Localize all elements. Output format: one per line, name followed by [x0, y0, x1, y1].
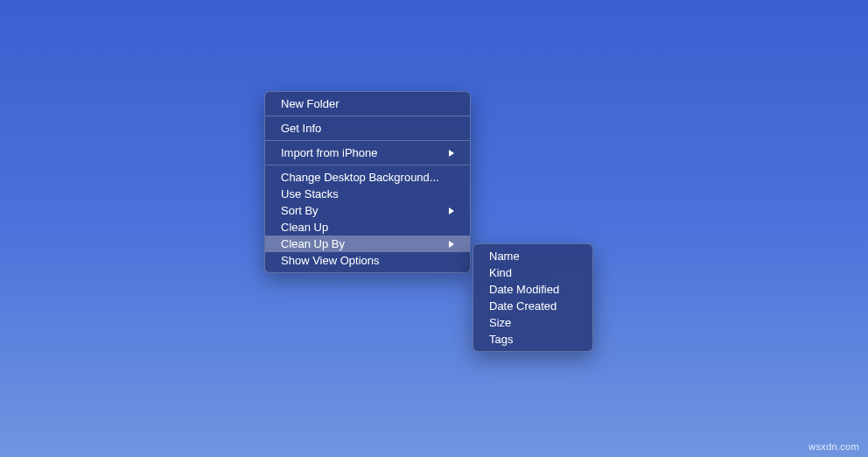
menu-item-label: Show View Options — [281, 254, 380, 267]
menu-item-clean-up[interactable]: Clean Up — [265, 219, 470, 236]
menu-item-clean-up-by[interactable]: Clean Up By — [265, 236, 470, 252]
submenu-item-size[interactable]: Size — [473, 314, 592, 331]
menu-item-label: Size — [489, 316, 511, 329]
menu-item-import-from-iphone[interactable]: Import from iPhone — [265, 144, 470, 161]
submenu-arrow-icon — [449, 150, 454, 157]
menu-divider — [265, 165, 470, 165]
menu-item-label: Kind — [489, 266, 512, 279]
menu-item-show-view-options[interactable]: Show View Options — [265, 252, 470, 269]
desktop-context-menu: New Folder Get Info Import from iPhone C… — [264, 91, 471, 273]
submenu-arrow-icon — [449, 207, 454, 214]
menu-item-label: Get Info — [281, 122, 321, 135]
menu-item-label: New Folder — [281, 97, 339, 110]
menu-item-new-folder[interactable]: New Folder — [265, 95, 470, 112]
menu-item-label: Import from iPhone — [281, 146, 378, 159]
submenu-item-tags[interactable]: Tags — [473, 331, 592, 348]
menu-divider — [265, 140, 470, 141]
submenu-item-kind[interactable]: Kind — [473, 264, 592, 281]
menu-item-label: Sort By — [281, 204, 318, 217]
menu-item-label: Clean Up — [281, 221, 328, 234]
submenu-arrow-icon — [449, 241, 454, 248]
menu-item-sort-by[interactable]: Sort By — [265, 202, 470, 219]
menu-item-change-desktop-background[interactable]: Change Desktop Background... — [265, 169, 470, 186]
menu-item-label: Date Created — [489, 299, 556, 313]
menu-item-label: Use Stacks — [281, 187, 339, 200]
menu-item-label: Change Desktop Background... — [281, 171, 439, 184]
clean-up-by-submenu: Name Kind Date Modified Date Created Siz… — [472, 243, 593, 352]
menu-item-label: Clean Up By — [281, 237, 345, 250]
menu-item-label: Tags — [489, 333, 513, 346]
menu-divider — [265, 116, 470, 116]
submenu-item-name[interactable]: Name — [473, 248, 592, 264]
submenu-item-date-modified[interactable]: Date Modified — [473, 281, 592, 298]
menu-item-label: Date Modified — [489, 283, 559, 296]
submenu-item-date-created[interactable]: Date Created — [473, 298, 592, 314]
menu-item-get-info[interactable]: Get Info — [265, 120, 470, 137]
menu-item-use-stacks[interactable]: Use Stacks — [265, 186, 470, 202]
watermark-text: wsxdn.com — [808, 441, 859, 452]
menu-item-label: Name — [489, 250, 520, 263]
